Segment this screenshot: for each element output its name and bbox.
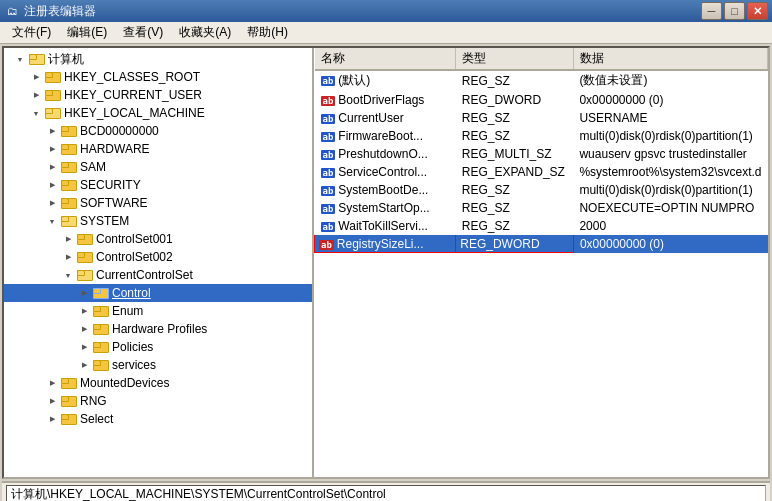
row-name: abFirmwareBoot... [315,127,456,145]
tree-item-software[interactable]: SOFTWARE [4,194,312,212]
tree-item-sam[interactable]: SAM [4,158,312,176]
expander-cs002[interactable] [60,249,76,265]
tree-item-ccs[interactable]: CurrentControlSet [4,266,312,284]
folder-icon-services [92,358,108,372]
tree-label-hklm: HKEY_LOCAL_MACHINE [62,106,207,120]
tree-item-cs001[interactable]: ControlSet001 [4,230,312,248]
tree-label-hkcr: HKEY_CLASSES_ROOT [62,70,202,84]
table-row[interactable]: ab(默认)REG_SZ(数值未设置) [315,70,768,91]
table-row[interactable]: abCurrentUserREG_SZUSERNAME [315,109,768,127]
table-row[interactable]: abFirmwareBoot...REG_SZmulti(0)disk(0)rd… [315,127,768,145]
tree-item-services[interactable]: services [4,356,312,374]
row-data: 0x00000000 (0) [573,91,767,109]
tree-label-services: services [110,358,158,372]
tree-item-mounteddevices[interactable]: MountedDevices [4,374,312,392]
window-title: 注册表编辑器 [24,3,701,20]
expander-sam[interactable] [44,159,60,175]
expander-hkcr[interactable] [28,69,44,85]
tree-item-select[interactable]: Select [4,410,312,428]
expander-control[interactable] [76,285,92,301]
folder-icon-select [60,412,76,426]
tree-item-hklm[interactable]: HKEY_LOCAL_MACHINE [4,104,312,122]
tree-panel[interactable]: 计算机 HKEY_CLASSES_ROOT HKEY_CURRENT_USER … [4,48,314,477]
tree-label-security: SECURITY [78,178,143,192]
status-bar: 计算机\HKEY_LOCAL_MACHINE\SYSTEM\CurrentCon… [2,481,770,501]
expander-ccs[interactable] [60,267,76,283]
row-type: REG_EXPAND_SZ [456,163,574,181]
detail-table: 名称 类型 数据 ab(默认)REG_SZ(数值未设置)abBootDriver… [314,48,768,253]
tree-item-enum[interactable]: Enum [4,302,312,320]
expander-hkcu[interactable] [28,87,44,103]
row-type: REG_SZ [456,199,574,217]
expander-cs001[interactable] [60,231,76,247]
table-row[interactable]: abServiceControl...REG_EXPAND_SZ%systemr… [315,163,768,181]
col-name[interactable]: 名称 [315,48,456,70]
tree-label-cs002: ControlSet002 [94,250,175,264]
detail-panel[interactable]: 名称 类型 数据 ab(默认)REG_SZ(数值未设置)abBootDriver… [314,48,768,477]
expander-software[interactable] [44,195,60,211]
col-data[interactable]: 数据 [573,48,767,70]
row-data: (数值未设置) [573,70,767,91]
row-name: abPreshutdownO... [315,145,456,163]
expander-select[interactable] [44,411,60,427]
folder-icon-security [60,178,76,192]
menu-view[interactable]: 查看(V) [115,22,171,43]
row-type: REG_SZ [456,181,574,199]
tree-item-hkcu[interactable]: HKEY_CURRENT_USER [4,86,312,104]
tree-label-hwprofiles: Hardware Profiles [110,322,209,336]
tree-item-cs002[interactable]: ControlSet002 [4,248,312,266]
expander-hklm[interactable] [28,105,44,121]
tree-label-computer: 计算机 [46,51,86,68]
maximize-button[interactable]: □ [724,2,745,20]
tree-item-computer[interactable]: 计算机 [4,50,312,68]
expander-mounteddevices[interactable] [44,375,60,391]
folder-icon-computer [28,52,44,66]
tree-item-hwprofiles[interactable]: Hardware Profiles [4,320,312,338]
row-data: 0x00000000 (0) [573,235,767,253]
tree-item-security[interactable]: SECURITY [4,176,312,194]
expander-rng[interactable] [44,393,60,409]
tree-item-control[interactable]: Control [4,284,312,302]
tree-item-hkcr[interactable]: HKEY_CLASSES_ROOT [4,68,312,86]
tree-label-cs001: ControlSet001 [94,232,175,246]
expander-system[interactable] [44,213,60,229]
menu-edit[interactable]: 编辑(E) [59,22,115,43]
table-row[interactable]: abRegistrySizeLi...REG_DWORD0x00000000 (… [315,235,768,253]
expander-policies[interactable] [76,339,92,355]
expander-bcd[interactable] [44,123,60,139]
table-row[interactable]: abPreshutdownO...REG_MULTI_SZwuauserv gp… [315,145,768,163]
row-name: abBootDriverFlags [315,91,456,109]
tree-label-rng: RNG [78,394,109,408]
menu-bar: 文件(F) 编辑(E) 查看(V) 收藏夹(A) 帮助(H) [0,22,772,44]
folder-icon-policies [92,340,108,354]
minimize-button[interactable]: ─ [701,2,722,20]
tree-item-system[interactable]: SYSTEM [4,212,312,230]
tree-item-policies[interactable]: Policies [4,338,312,356]
tree-item-hardware[interactable]: HARDWARE [4,140,312,158]
tree-item-bcd[interactable]: BCD00000000 [4,122,312,140]
close-button[interactable]: ✕ [747,2,768,20]
table-row[interactable]: abSystemBootDe...REG_SZmulti(0)disk(0)rd… [315,181,768,199]
tree-item-rng[interactable]: RNG [4,392,312,410]
table-row[interactable]: abWaitToKillServi...REG_SZ2000 [315,217,768,235]
table-row[interactable]: abBootDriverFlagsREG_DWORD0x00000000 (0) [315,91,768,109]
folder-icon-software [60,196,76,210]
expander-computer[interactable] [12,51,28,67]
expander-security[interactable] [44,177,60,193]
menu-help[interactable]: 帮助(H) [239,22,296,43]
folder-icon-rng [60,394,76,408]
menu-favorites[interactable]: 收藏夹(A) [171,22,239,43]
col-type[interactable]: 类型 [456,48,574,70]
row-name: abSystemStartOp... [315,199,456,217]
expander-services[interactable] [76,357,92,373]
tree-label-bcd: BCD00000000 [78,124,161,138]
expander-hardware[interactable] [44,141,60,157]
row-type: REG_SZ [456,127,574,145]
status-text: 计算机\HKEY_LOCAL_MACHINE\SYSTEM\CurrentCon… [6,485,766,501]
table-row[interactable]: abSystemStartOp...REG_SZNOEXECUTE=OPTIN … [315,199,768,217]
expander-enum[interactable] [76,303,92,319]
row-type: REG_MULTI_SZ [456,145,574,163]
expander-hwprofiles[interactable] [76,321,92,337]
menu-file[interactable]: 文件(F) [4,22,59,43]
tree-label-enum: Enum [110,304,145,318]
